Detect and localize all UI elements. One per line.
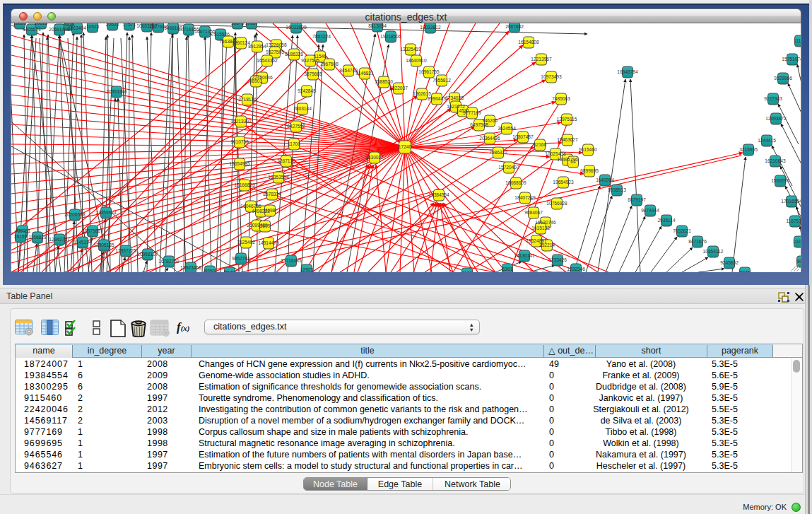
svg-text:9350: 9350 [205,269,216,272]
svg-text:20633: 20633 [106,23,119,27]
svg-text:13716485: 13716485 [281,258,302,263]
svg-text:1588520: 1588520 [375,79,393,84]
svg-text:9245: 9245 [740,270,751,272]
svg-text:2718126: 2718126 [238,97,257,102]
svg-text:12975115: 12975115 [557,117,577,122]
svg-text:16873: 16873 [231,23,245,25]
svg-text:1362615: 1362615 [413,91,431,96]
svg-text:2087682: 2087682 [505,24,524,29]
svg-text:2967608: 2967608 [320,62,339,66]
svg-text:10854112: 10854112 [703,249,724,254]
svg-text:10807487: 10807487 [512,134,534,139]
svg-text:19654985: 19654985 [229,161,250,166]
svg-text:10244: 10244 [793,239,801,244]
svg-text:3624554: 3624554 [498,126,516,131]
svg-text:18853: 18853 [13,23,27,25]
svg-text:6879197: 6879197 [628,197,646,202]
svg-text:1167534: 1167534 [786,218,801,223]
svg-text:10025438: 10025438 [545,151,566,156]
svg-text:9857791: 9857791 [232,256,250,261]
svg-text:13353594: 13353594 [268,175,289,180]
svg-text:11700: 11700 [288,141,300,146]
svg-text:9084067: 9084067 [524,210,543,215]
svg-text:18463627: 18463627 [557,137,578,142]
svg-text:1405571: 1405571 [23,27,41,32]
svg-text:98901: 98901 [249,78,263,83]
svg-text:15720407: 15720407 [498,165,519,170]
svg-text:7632621: 7632621 [673,228,691,233]
svg-text:1640954: 1640954 [596,177,614,182]
svg-text:9146821: 9146821 [355,71,374,76]
svg-text:9474444: 9474444 [641,208,659,213]
svg-text:13325419: 13325419 [400,47,421,52]
svg-text:7625402: 7625402 [237,240,255,245]
svg-text:62160: 62160 [534,142,547,147]
svg-text:12505185: 12505185 [93,243,114,247]
svg-text:16782759: 16782759 [158,259,180,264]
svg-text:14914479: 14914479 [258,240,279,245]
svg-text:16120746: 16120746 [535,220,556,225]
svg-text:3215955: 3215955 [739,147,758,152]
svg-text:8678: 8678 [225,270,235,272]
svg-text:1244415: 1244415 [758,138,776,143]
svg-text:18407249: 18407249 [514,195,536,200]
svg-text:1615132: 1615132 [531,226,550,230]
svg-text:7955812: 7955812 [433,78,451,83]
svg-text:8471676: 8471676 [688,239,707,244]
svg-text:2935114: 2935114 [657,218,676,223]
svg-text:16961755: 16961755 [418,69,440,74]
svg-text:9245652: 9245652 [720,260,739,265]
svg-text:2530027: 2530027 [365,155,384,160]
svg-text:4498: 4498 [265,208,276,213]
svg-text:6361: 6361 [502,267,513,271]
svg-text:8938913: 8938913 [608,187,626,192]
svg-text:7986322: 7986322 [489,150,507,155]
svg-text:1156829: 1156829 [28,235,47,240]
svg-text:19654923: 19654923 [553,180,574,185]
svg-text:7515526: 7515526 [211,32,230,37]
svg-text:1145194: 1145194 [73,240,92,245]
svg-text:19166825: 19166825 [234,182,255,187]
svg-text:17240: 17240 [399,144,412,149]
svg-text:9327505: 9327505 [301,58,319,63]
svg-text:20953346: 20953346 [106,89,127,94]
svg-text:17957225: 17957225 [115,248,136,253]
svg-text:7485063: 7485063 [552,96,570,101]
svg-text:7857224: 7857224 [312,34,331,39]
svg-text:1733426: 1733426 [548,257,567,262]
svg-text:10973493: 10973493 [541,74,562,79]
svg-text:20206578: 20206578 [64,212,86,217]
svg-text:9327505: 9327505 [266,49,284,54]
svg-text:16210643: 16210643 [765,158,786,163]
svg-text:9329966: 9329966 [774,76,792,81]
svg-text:64: 64 [570,159,576,164]
svg-text:9227343: 9227343 [764,96,782,101]
svg-text:8322037: 8322037 [389,86,408,90]
svg-text:8990443: 8990443 [428,96,446,101]
svg-text:12923: 12923 [300,267,314,272]
svg-text:19975867: 19975867 [82,228,103,233]
svg-text:3267130: 3267130 [277,158,295,163]
svg-text:3875685: 3875685 [304,71,322,76]
svg-text:16033809: 16033809 [286,25,307,30]
svg-text:20691406: 20691406 [49,27,70,32]
svg-text:17571: 17571 [123,23,136,27]
svg-text:6497508: 6497508 [470,122,488,127]
svg-text:8912954: 8912954 [248,44,266,49]
svg-text:10887: 10887 [245,23,259,25]
svg-text:12923466: 12923466 [180,265,201,270]
svg-text:1863404: 1863404 [68,25,86,30]
svg-text:10756928: 10756928 [546,201,567,206]
svg-text:8813054: 8813054 [368,23,387,28]
svg-text:11546: 11546 [314,54,326,59]
svg-text:14136141: 14136141 [514,253,535,258]
svg-text:9777169: 9777169 [463,110,481,115]
svg-text:12342757: 12342757 [49,237,70,242]
svg-text:15751074: 15751074 [782,57,801,62]
svg-text:8578334: 8578334 [263,192,281,197]
svg-text:16154808: 16154808 [518,40,539,45]
svg-text:10958107: 10958107 [137,252,158,257]
svg-text:19218506: 19218506 [380,34,401,39]
svg-text:39159: 39159 [14,234,28,239]
svg-text:8186328: 8186328 [285,52,303,57]
